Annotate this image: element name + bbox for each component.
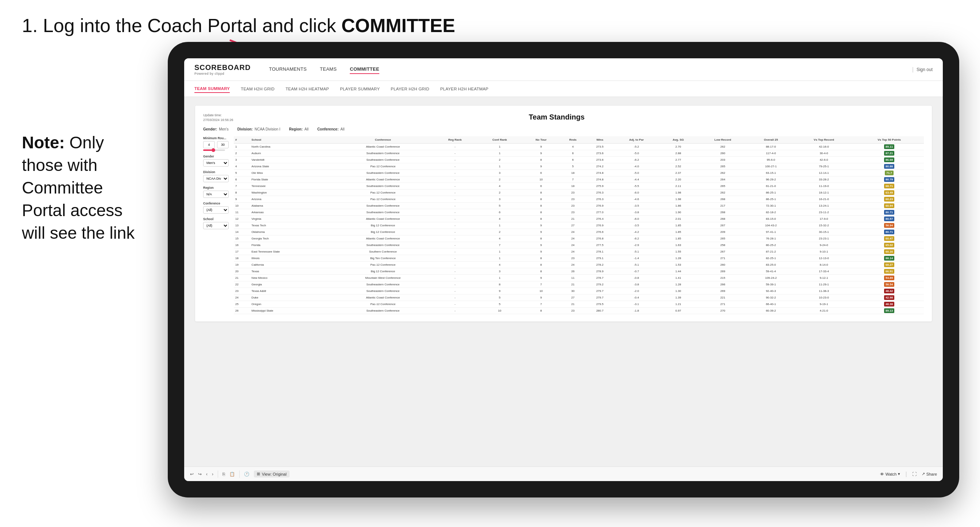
cell-conf-rank: 6 [477,209,523,216]
cell-conf-rank: 5 [477,301,523,308]
region-select[interactable]: N/A [203,190,229,198]
cell-wins: 274.8 [587,170,614,176]
cell-school: North Carolina [250,144,332,150]
cell-rank: 12 [234,216,250,222]
subnav-team-h2h-grid[interactable]: TEAM H2H GRID [241,85,275,92]
cell-rnds: 21 [560,281,587,288]
cell-reg-rank: - [433,170,476,176]
cell-conf-rank: 3 [477,268,523,275]
view-original-button[interactable]: ⊞ View: Original [254,470,290,478]
cell-reg-rank: - [433,216,476,222]
cell-no-tour: 9 [523,144,559,150]
subnav: TEAM SUMMARY TEAM H2H GRID TEAM H2H HEAT… [184,81,943,97]
separator-2 [239,470,240,478]
cell-reg-rank: - [433,150,476,157]
cell-no-tour: 8 [523,268,559,275]
cell-avg-sg: 1.55 [659,249,697,255]
subnav-team-summary[interactable]: TEAM SUMMARY [194,85,230,93]
cell-rank: 17 [234,249,250,255]
cell-adj-par: -2.0 [614,288,660,294]
share-button[interactable]: ↗ Share [922,471,937,476]
cell-reg-rank: - [433,308,476,314]
redo-icon[interactable]: ↪ [198,471,202,477]
forward-icon[interactable]: › [212,471,213,477]
cell-rnds: 23 [560,203,587,209]
cell-overall: 42-6-0 [793,157,855,163]
nav-tournaments[interactable]: TOURNAMENTS [269,65,306,74]
nav-items: TOURNAMENTS TEAMS COMMITTEE [269,65,912,74]
cell-vstop: 60.23 [854,196,924,203]
conference-select[interactable]: (All) [203,206,229,214]
col-adj-par: Adj. to Par [614,136,660,144]
content-layout: Minimum Rou... [203,136,924,314]
cell-overall: 79-25-1 [793,163,855,170]
cell-conf-rank: 1 [477,275,523,281]
cell-no-tour: 8 [523,209,559,216]
back-icon[interactable]: ‹ [206,471,207,477]
subnav-player-h2h-grid[interactable]: PLAYER H2H GRID [391,85,429,92]
gender-select[interactable]: Men's Women's [203,159,229,167]
cell-avg-sg: 1.63 [659,242,697,249]
cell-school: Florida State [250,176,332,183]
rounds-slider[interactable] [203,149,229,151]
cell-vstop: 80.71 [854,229,924,235]
cell-low: 266 [697,281,749,288]
gender-value: Men's [219,127,228,131]
nav-teams[interactable]: TEAMS [320,65,337,74]
sign-out-button[interactable]: Sign out [916,67,932,72]
cell-no-tour: 6 [523,183,559,189]
subnav-player-h2h-heatmap[interactable]: PLAYER H2H HEATMAP [440,85,488,92]
cell-record: 117-4-0 [749,150,793,157]
cell-conference: Atlantic Coast Conference [332,294,434,301]
cell-conf-rank: 2 [477,176,523,183]
watch-button[interactable]: 👁 Watch ▾ [880,471,900,476]
min-rounds-min[interactable] [203,141,215,148]
school-select[interactable]: (All) [203,222,229,229]
cell-low: 269 [697,268,749,275]
subnav-team-h2h-heatmap[interactable]: TEAM H2H HEATMAP [286,85,329,92]
division-filter-label: Division [203,170,229,174]
cell-low: 264 [697,176,749,183]
sidebar-filters: Minimum Rou... [203,136,229,314]
table-row: 22 Georgia Southeastern Conference - 8 7… [234,281,924,288]
cell-adj-par: -5.0 [614,170,660,176]
cell-avg-sg: 2.88 [659,150,697,157]
cell-conf-rank: 10 [477,308,523,314]
min-rounds-max[interactable] [217,141,229,148]
cell-vstop: 80.57 [854,216,924,222]
cell-record: 90-32-2 [749,294,793,301]
cell-conference: Southern Conference [332,249,434,255]
division-select[interactable]: NCAA Division I [203,175,229,182]
cell-conf-rank: 1 [477,163,523,170]
expand-icon[interactable]: ⛶ [912,471,916,477]
cell-conference: Southeastern Conference [332,150,434,157]
subnav-player-summary[interactable]: PLAYER SUMMARY [340,85,380,92]
cell-overall: 23-11-2 [793,209,855,216]
cell-vstop: 48.42 [854,288,924,294]
cell-low: 265 [697,163,749,170]
separator-1 [218,470,218,478]
cell-avg-sg: 2.01 [659,216,697,222]
clock-icon[interactable]: 🕐 [244,471,250,477]
col-rnds: Rnds [560,136,587,144]
table-row: 20 Texas Big 12 Conference - 3 8 26 278.… [234,268,924,275]
cell-record: 80-25-2 [749,242,793,249]
cell-rank: 21 [234,275,250,281]
cell-avg-sg: 1.85 [659,229,697,235]
cell-conf-rank: 5 [477,294,523,301]
nav-committee[interactable]: COMMITTEE [350,65,379,74]
cell-rnds: 23 [560,189,587,196]
copy-icon[interactable]: ⎘ [223,471,225,477]
paste-icon[interactable]: 📋 [229,471,235,477]
undo-icon[interactable]: ↩ [190,471,194,477]
cell-wins: 280.7 [587,308,614,314]
cell-adj-par: -0.7 [614,268,660,275]
cell-avg-sg: 2.37 [659,170,697,176]
cell-school: Texas Tech [250,222,332,229]
standings-title: Team Standings [234,113,880,121]
col-vstop-rec: Vs Top Record [793,136,855,144]
cell-avg-sg: 1.53 [659,262,697,268]
cell-conference: Mountain West Conference [332,275,434,281]
cell-record: 109-24-2 [749,275,793,281]
cell-adj-par: -3.1 [614,301,660,308]
